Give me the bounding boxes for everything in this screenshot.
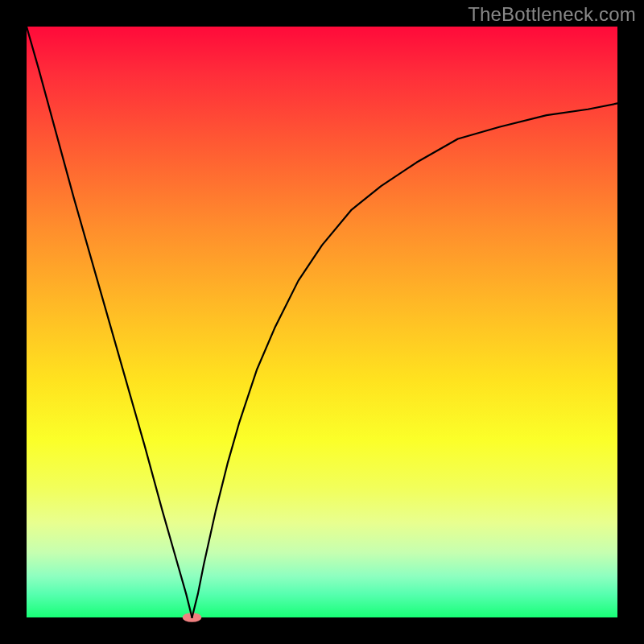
chart-svg [27,27,617,617]
curve-left [27,27,192,617]
curve-right [192,103,617,617]
chart-frame: TheBottleneck.com [0,0,644,644]
plot-area [27,27,617,617]
watermark-text: TheBottleneck.com [468,3,636,26]
